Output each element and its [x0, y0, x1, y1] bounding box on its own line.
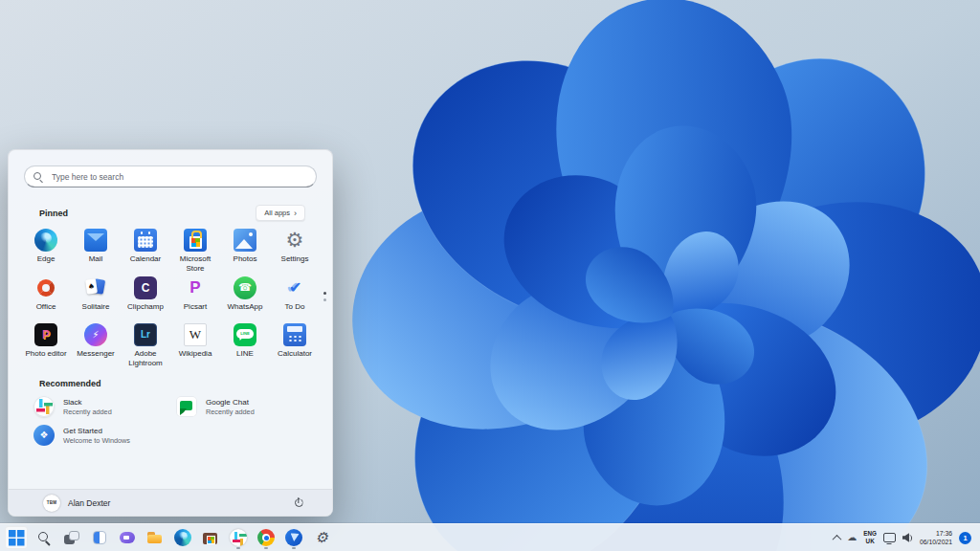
blue-app-button[interactable] — [282, 526, 305, 549]
start-user-bar: TBM Alan Dexter — [9, 489, 332, 516]
recommended-label: Recommended — [39, 379, 101, 388]
pinned-app[interactable]: Office — [21, 275, 71, 320]
recommended-item[interactable]: Google Chat Recently added — [176, 396, 319, 417]
power-button[interactable] — [290, 495, 307, 512]
user-name: Alan Dexter — [68, 498, 110, 508]
recommended-item[interactable]: Get Started Welcome to Windows — [33, 425, 176, 446]
chat-button[interactable] — [116, 526, 139, 549]
language-indicator[interactable]: ENG UK — [863, 530, 877, 545]
store-button[interactable] — [199, 526, 222, 549]
store-bag-icon — [202, 529, 219, 546]
file-explorer-button[interactable] — [144, 526, 167, 549]
hidden-icons-chevron[interactable] — [833, 534, 842, 543]
app-label: To Do — [285, 302, 305, 312]
pinned-app[interactable]: Edge — [21, 227, 71, 273]
app-icon — [84, 323, 107, 346]
onedrive-cloud-icon[interactable]: ☁ — [847, 533, 857, 542]
pinned-app[interactable]: Solitaire — [71, 275, 121, 320]
search-box[interactable] — [24, 165, 317, 187]
recommended-icon — [33, 425, 55, 446]
pinned-app[interactable]: Calendar — [121, 227, 170, 273]
app-icon — [283, 276, 306, 299]
recommended-title: Get Started — [63, 427, 130, 435]
pinned-app[interactable]: To Do — [270, 275, 320, 320]
pinned-label: Pinned — [39, 209, 68, 218]
app-label: LINE — [236, 349, 254, 359]
app-icon — [234, 323, 256, 346]
volume-icon[interactable] — [902, 533, 913, 542]
app-icon — [84, 276, 107, 299]
system-tray: ☁ ENG UK 17:36 06/10/2021 1 — [834, 529, 980, 546]
task-view-icon — [63, 529, 80, 546]
app-label: Adobe Lightroom — [122, 349, 169, 367]
pinned-app[interactable]: WhatsApp — [220, 275, 270, 320]
all-apps-button[interactable]: All apps — [256, 205, 305, 221]
windows-logo-icon — [8, 529, 25, 546]
app-label: Clipchamp — [127, 302, 164, 312]
recommended-icon — [176, 396, 197, 417]
chrome-icon — [257, 529, 275, 546]
recommended-subtitle: Welcome to Windows — [63, 436, 130, 445]
pinned-app[interactable]: Photo editor — [21, 321, 71, 367]
app-label: Messenger — [77, 349, 115, 359]
app-label: Mail — [89, 254, 103, 264]
user-profile-button[interactable]: TBM Alan Dexter — [43, 495, 110, 512]
notification-badge[interactable]: 1 — [959, 532, 971, 544]
search-icon — [33, 171, 43, 182]
edge-button[interactable] — [171, 526, 194, 549]
display-icon[interactable] — [883, 533, 896, 542]
task-view-button[interactable] — [60, 526, 83, 549]
chrome-button[interactable] — [255, 526, 278, 549]
pinned-app[interactable]: Picsart — [170, 275, 220, 320]
pinned-app[interactable]: Calculator — [270, 321, 320, 367]
chat-icon — [119, 529, 136, 546]
slack-button[interactable] — [227, 526, 250, 549]
app-icon — [34, 276, 57, 299]
app-icon — [84, 229, 107, 252]
recommended-grid: Slack Recently added Google Chat Recentl… — [9, 394, 332, 446]
pinned-app[interactable]: Settings — [270, 227, 320, 273]
app-label: Solitaire — [82, 302, 110, 312]
clock[interactable]: 17:36 06/10/2021 — [920, 529, 952, 546]
slack-icon — [230, 529, 247, 546]
widgets-button[interactable] — [88, 526, 111, 549]
pinned-app[interactable]: Adobe Lightroom — [121, 321, 170, 367]
settings-button[interactable] — [310, 526, 333, 549]
start-button[interactable] — [5, 526, 28, 549]
pinned-app[interactable]: Photos — [220, 227, 270, 273]
pinned-app[interactable]: Mail — [71, 227, 121, 273]
search-icon — [35, 529, 53, 546]
power-icon — [294, 497, 304, 508]
pinned-app[interactable]: Messenger — [71, 321, 121, 367]
avatar: TBM — [43, 495, 60, 512]
desktop: Pinned All apps Edge Mail Calendar — [0, 0, 980, 551]
app-label: Wikipedia — [179, 349, 212, 359]
app-icon — [184, 229, 207, 252]
search-input[interactable] — [50, 171, 308, 183]
blue-circle-app-icon — [285, 529, 302, 546]
pinned-apps-grid: Edge Mail Calendar Microsoft Store — [9, 227, 332, 367]
taskbar: ☁ ENG UK 17:36 06/10/2021 1 — [0, 523, 980, 551]
app-label: Microsoft Store — [171, 254, 219, 273]
tray-date: 06/10/2021 — [920, 538, 952, 546]
recommended-subtitle: Recently added — [206, 408, 255, 416]
recommended-item[interactable]: Slack Recently added — [33, 396, 176, 417]
search-button[interactable] — [33, 526, 56, 549]
pinned-app[interactable]: LINE — [220, 321, 270, 367]
pinned-page-indicator[interactable] — [323, 292, 326, 301]
app-icon — [234, 229, 256, 252]
app-label: Calendar — [130, 254, 161, 264]
app-icon — [34, 229, 57, 252]
pinned-app[interactable]: Wikipedia — [170, 321, 220, 367]
app-icon — [234, 276, 256, 299]
app-label: Picsart — [184, 302, 207, 312]
recommended-icon — [33, 396, 55, 417]
app-label: Edge — [37, 254, 56, 264]
app-label: Photo editor — [25, 349, 66, 359]
pinned-app[interactable]: Clipchamp — [121, 275, 170, 320]
recommended-title: Google Chat — [206, 398, 255, 407]
gear-icon — [313, 529, 330, 546]
app-icon — [283, 323, 306, 346]
pinned-app[interactable]: Microsoft Store — [170, 227, 220, 273]
recommended-title: Slack — [63, 398, 112, 407]
